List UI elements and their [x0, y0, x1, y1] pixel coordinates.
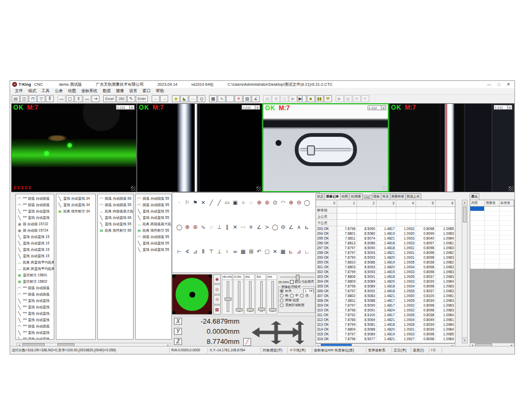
- menu-item-摄像[interactable]: 摄像: [113, 88, 127, 94]
- camera-selector[interactable]: 1-212▾: [242, 105, 260, 110]
- feature-item[interactable]: ╲*** 直线 自动直线: [16, 330, 54, 336]
- light-bulb-button[interactable]: ◆: [172, 95, 180, 102]
- arrow-right-button[interactable]: →: [160, 95, 168, 102]
- radio-black[interactable]: [280, 303, 284, 307]
- table-row[interactable]: 315 OK7.87978.50891.48191.09330.80981.09…: [316, 332, 455, 336]
- element-row[interactable]: [470, 207, 514, 211]
- pen-button[interactable]: ✎: [127, 95, 135, 102]
- element-row[interactable]: [470, 226, 514, 230]
- probe-icon[interactable]: ⊓: [29, 95, 37, 102]
- radio-level-中[interactable]: [290, 294, 294, 298]
- table-row[interactable]: 306 OK7.87978.50921.48181.09350.80371.09…: [316, 289, 455, 293]
- light-channel-slider[interactable]: 40.0%: [222, 274, 232, 315]
- tool-icon[interactable]: ⊢: [176, 247, 183, 256]
- tool-icon[interactable]: ⊥: [215, 223, 223, 231]
- table-row[interactable]: 307 OK7.88028.50831.48211.09300.81001.09…: [316, 293, 455, 298]
- tab-数据上传[interactable]: 数据上传: [405, 193, 421, 200]
- light-channel-slider[interactable]: 0%: [244, 274, 255, 315]
- camera-panel-2[interactable]: OKM:71-212▾: [137, 103, 262, 192]
- light-segment-button[interactable]: ◎: [213, 284, 221, 294]
- tool-icon[interactable]: ╱: [215, 198, 223, 207]
- tool-icon[interactable]: ≻: [263, 223, 271, 231]
- table-row[interactable]: 上公差: [316, 213, 455, 220]
- stop-button[interactable]: ■: [307, 95, 315, 102]
- tool-icon[interactable]: ⊕: [255, 198, 263, 207]
- table-row[interactable]: 下公差: [316, 220, 455, 226]
- dropdown-arrow-icon[interactable]: ▾: [255, 105, 260, 110]
- tool-icon[interactable]: ⊖: [295, 198, 303, 207]
- feature-item[interactable]: ╲直线 自动直线 15: [16, 253, 54, 259]
- tab-测量记录[interactable]: 测量记录: [325, 193, 340, 200]
- radio-noise[interactable]: [280, 299, 284, 302]
- tab-element[interactable]: 图元: [470, 193, 479, 200]
- tool-icon[interactable]: Ⅱ: [200, 247, 207, 256]
- table-row[interactable]: 314 OK7.88048.50881.48201.09310.80391.09…: [316, 327, 455, 332]
- feature-item[interactable]: ⊕圆 自动圆 15722: [16, 221, 54, 227]
- feature-item[interactable]: ╲直线 自动直线 55: [98, 221, 133, 227]
- tool-icon[interactable]: ⊖: [279, 223, 287, 231]
- feature-item[interactable]: ╲直线 自动直线 55: [136, 246, 171, 253]
- feature-item[interactable]: ⊖直径标注 15801: [16, 272, 54, 278]
- feature-item[interactable]: ╲*** 直线 自动直线: [16, 336, 54, 340]
- table-row[interactable]: 297 OK7.87978.50901.48181.09310.80981.09…: [316, 245, 455, 250]
- feature-item[interactable]: ⊕圆 自动圆 15724: [16, 227, 54, 234]
- ring-light-pad[interactable]: [172, 274, 212, 315]
- minimize-button[interactable]: —: [487, 82, 491, 87]
- feature-item[interactable]: ╲直线 自动直线 34: [56, 202, 95, 208]
- camera-panel-1[interactable]: OKM:71-212▾FFFFF: [11, 103, 137, 192]
- tool-icon[interactable]: ⊤: [207, 247, 215, 256]
- camera-selector[interactable]: 1-212▾: [368, 105, 386, 110]
- tool-icon[interactable]: ·: [176, 198, 183, 207]
- tool-icon[interactable]: ⊕: [287, 198, 295, 207]
- slider-thumb[interactable]: [225, 298, 231, 301]
- tab-状态[interactable]: 状态: [315, 193, 325, 200]
- light-channel-slider[interactable]: 0%: [267, 274, 277, 315]
- table-row[interactable]: 311 OK7.87928.51001.48171.09350.80381.09…: [316, 312, 455, 317]
- tool-icon[interactable]: ◌: [207, 223, 215, 231]
- feature-item[interactable]: ╲*** 直线 自动直线: [16, 317, 54, 323]
- table-row[interactable]: 296 OK7.88138.50861.48181.09330.80971.09…: [316, 241, 455, 245]
- tool-icon[interactable]: ◠: [279, 198, 287, 207]
- feature-item[interactable]: ╲直线 自动直线 15: [16, 234, 54, 240]
- tool-icon[interactable]: ⊕: [184, 223, 191, 231]
- slider-thumb[interactable]: [269, 308, 276, 311]
- feature-item[interactable]: ╲直线 自动直线 55: [136, 208, 171, 215]
- close-button[interactable]: ✕: [506, 82, 510, 87]
- tab-测量映射[interactable]: 测量映射: [390, 193, 406, 200]
- step-icon[interactable]: ⇥: [92, 95, 99, 102]
- column-icon[interactable]: Ⅱ: [46, 95, 54, 102]
- blank-button[interactable]: [226, 95, 234, 102]
- table-row[interactable]: 308 OK7.88118.50881.48171.09350.80391.09…: [316, 298, 455, 303]
- feature-item[interactable]: ◠*** 圆弧 自动圆弧: [16, 202, 54, 208]
- tool-icon[interactable]: ⚑: [192, 198, 199, 207]
- tool-icon[interactable]: ≡: [247, 223, 255, 231]
- camera-selector[interactable]: 1-212▾: [494, 105, 512, 110]
- chart-button[interactable]: ∡: [252, 95, 260, 102]
- camera-panel-3[interactable]: OKM:71-212▾: [262, 103, 389, 192]
- feature-item[interactable]: ↔距离 内圆弧最大距离: [98, 208, 133, 215]
- feature-item[interactable]: H距离 线性标注 66: [98, 227, 133, 234]
- camera-selector[interactable]: 1-212▾: [116, 105, 135, 110]
- table-vertical-scrollbar[interactable]: ▲ ▼: [462, 200, 468, 343]
- tool-icon[interactable]: ∠: [255, 223, 263, 231]
- tool-icon[interactable]: ∠: [287, 223, 295, 231]
- table-row[interactable]: 299 OK7.87908.50931.48201.09310.80981.09…: [316, 255, 455, 260]
- tool-icon[interactable]: ✕: [200, 198, 207, 207]
- tool-icon[interactable]: ▢: [263, 247, 271, 256]
- feature-item[interactable]: ╲*** 直线 自动直线: [16, 298, 54, 304]
- light-channel-slider[interactable]: 3%: [255, 274, 266, 315]
- element-row[interactable]: [470, 254, 514, 259]
- tool-icon[interactable]: ◯: [303, 198, 311, 207]
- feature-item[interactable]: ╲直线 自动直线 55: [136, 240, 171, 246]
- slider-thumb[interactable]: [236, 308, 243, 311]
- feature-item[interactable]: ╲*** 直线 自动直线: [16, 304, 54, 310]
- element-row[interactable]: [470, 259, 514, 264]
- maximize-button[interactable]: □: [497, 82, 500, 87]
- feature-item[interactable]: ◠圆弧 自动圆弧 55: [136, 234, 171, 240]
- element-row[interactable]: [470, 230, 514, 235]
- table-row[interactable]: 316 OK7.87968.50771.48211.09270.80981.09…: [316, 336, 455, 341]
- menu-item-设置[interactable]: 设置: [127, 88, 140, 94]
- table-row[interactable]: 312 OK7.87668.50691.48211.09340.80491.09…: [316, 317, 455, 322]
- menu-item-坐标系统[interactable]: 坐标系统: [79, 88, 100, 94]
- element-row[interactable]: [470, 245, 514, 250]
